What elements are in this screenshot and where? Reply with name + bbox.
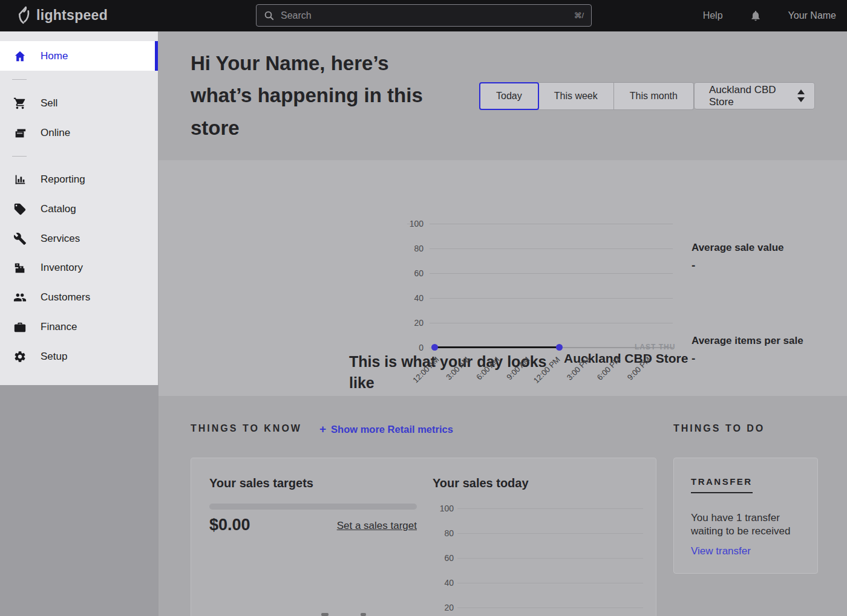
cutoff-text-fragment	[321, 613, 329, 616]
today-series-end-dot	[556, 344, 563, 351]
period-toggle-group: Today This week This month	[479, 82, 694, 110]
set-sales-target-link[interactable]: Set a sales target	[209, 520, 417, 532]
lightspeed-logo[interactable]: lightspeed	[16, 6, 108, 25]
shopping-cart-icon	[13, 96, 27, 111]
y-tick: 20	[404, 318, 424, 328]
gridline-100	[457, 508, 643, 509]
sidebar-divider	[12, 79, 27, 80]
notifications-bell-icon[interactable]	[750, 10, 762, 22]
y-tick: 100	[436, 504, 454, 513]
y-tick: 80	[436, 528, 454, 538]
today-series-line	[434, 346, 559, 348]
search-icon	[264, 10, 275, 21]
spinner-arrows-icon	[797, 89, 805, 102]
show-more-retail-metrics-link[interactable]: + Show more Retail metrics	[319, 423, 453, 436]
today-series-start-dot	[431, 344, 438, 351]
tag-icon	[13, 202, 27, 216]
gridline-80	[430, 248, 673, 249]
cutoff-text-fragment	[361, 613, 366, 616]
plus-icon: +	[319, 423, 326, 436]
sidebar-item-sell[interactable]: Sell	[0, 88, 158, 118]
gridline-20	[457, 608, 643, 608]
last-thu-series-label: LAST THU	[635, 343, 675, 351]
day-overview-section: This is what your day looks like Aucklan…	[159, 160, 847, 396]
transfer-message: You have 1 transfer waiting to be receiv…	[691, 511, 795, 539]
period-this-week-button[interactable]: This week	[538, 82, 614, 110]
transfer-card-title: TRANSFER	[691, 476, 753, 493]
sales-today-title: Your sales today	[433, 476, 529, 490]
sidebar-nav: Home Sell Online Reporting C	[0, 31, 158, 385]
help-link[interactable]: Help	[703, 10, 723, 21]
sidebar-item-inventory[interactable]: Inventory	[0, 253, 158, 282]
gridline-40	[457, 583, 643, 583]
global-search: ⌘/	[256, 4, 592, 27]
lightspeed-dashboard: lightspeed ⌘/ Help Your Name	[0, 0, 847, 616]
sidebar-item-customers[interactable]: Customers	[0, 282, 158, 312]
top-bar: lightspeed ⌘/ Help Your Name	[0, 0, 847, 31]
sidebar-item-catalog[interactable]: Catalog	[0, 194, 158, 224]
y-tick: 40	[404, 293, 424, 303]
period-today-button[interactable]: Today	[479, 82, 539, 110]
lightspeed-flame-icon	[16, 6, 32, 25]
search-shortcut-hint: ⌘/	[574, 11, 584, 20]
wrench-icon	[13, 232, 27, 246]
sidebar-item-services[interactable]: Services	[0, 224, 158, 253]
gridline-60	[430, 273, 673, 274]
gridline-60	[457, 558, 643, 559]
sidebar-item-setup[interactable]: Setup	[0, 342, 158, 371]
home-icon	[13, 49, 27, 63]
topbar-right-group: Help Your Name	[703, 0, 836, 31]
briefcase-icon	[13, 320, 27, 334]
things-to-know-heading: THINGS TO KNOW	[191, 423, 302, 434]
sales-targets-title: Your sales targets	[209, 476, 313, 490]
customers-icon	[13, 290, 27, 305]
sidebar-divider	[12, 156, 27, 157]
sales-target-progress-bar	[209, 504, 417, 510]
gridline-40	[430, 298, 673, 299]
inventory-boxes-icon	[13, 261, 27, 275]
gridline-80	[457, 533, 643, 534]
y-tick: 100	[404, 219, 424, 229]
things-to-do-heading: THINGS TO DO	[673, 423, 765, 434]
y-tick: 80	[404, 244, 424, 253]
avg-items-per-sale-label: Average items per sale	[692, 335, 803, 347]
page-title: Hi Your Name, here’s what’s happening in…	[191, 47, 451, 144]
y-tick: 0	[404, 343, 424, 352]
avg-sale-value: -	[692, 259, 695, 272]
bar-chart-icon	[13, 172, 27, 187]
y-tick: 60	[404, 268, 424, 278]
gridline-100	[430, 224, 673, 224]
y-tick: 40	[436, 578, 454, 588]
search-input[interactable]	[281, 10, 567, 21]
gridline-20	[430, 323, 673, 323]
user-menu[interactable]: Your Name	[788, 10, 836, 21]
view-transfer-link[interactable]: View transfer	[691, 545, 751, 557]
sidebar-item-finance[interactable]: Finance	[0, 312, 158, 342]
sidebar-item-home[interactable]: Home	[0, 41, 158, 71]
y-tick: 60	[436, 553, 454, 563]
sidebar-item-reporting[interactable]: Reporting	[0, 164, 158, 194]
y-tick: 20	[436, 603, 454, 612]
avg-items-per-sale: -	[692, 352, 695, 365]
online-store-icon	[13, 126, 27, 140]
logo-wordmark: lightspeed	[36, 7, 108, 24]
period-this-month-button[interactable]: This month	[614, 82, 694, 110]
transfer-card: TRANSFER You have 1 transfer waiting to …	[673, 458, 818, 574]
store-selector[interactable]: Auckland CBD Store	[694, 82, 815, 109]
below-sidebar-backdrop	[0, 385, 159, 616]
store-selector-value: Auckland CBD Store	[709, 84, 797, 108]
avg-sale-value-label: Average sale value	[692, 242, 783, 254]
gear-icon	[13, 349, 27, 364]
retail-metrics-card: Your sales targets $0.00 Set a sales tar…	[191, 458, 656, 616]
sidebar-item-online[interactable]: Online	[0, 118, 158, 148]
